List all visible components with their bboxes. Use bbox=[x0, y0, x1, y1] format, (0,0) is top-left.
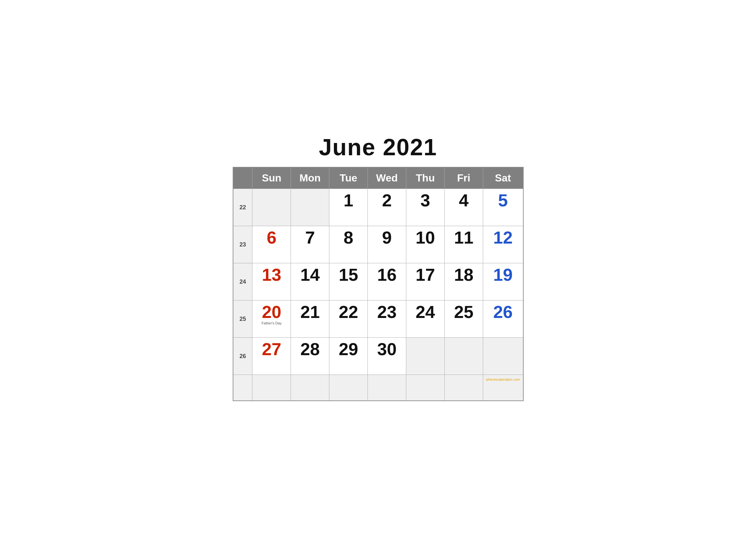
header-mon: Mon bbox=[291, 167, 329, 189]
day-cell: 30 bbox=[368, 338, 406, 375]
day-cell: 16 bbox=[368, 263, 406, 300]
day-number: 12 bbox=[486, 229, 520, 246]
week-number: 26 bbox=[233, 338, 253, 375]
day-number: 25 bbox=[448, 303, 480, 321]
day-number: 6 bbox=[256, 229, 287, 246]
week-row: 2413141516171819 bbox=[233, 263, 523, 300]
day-number: 18 bbox=[448, 266, 480, 283]
day-cell: 23 bbox=[368, 300, 406, 338]
calendar-container: June 2021 Sun Mon Tue Wed Thu Fri Sat 22… bbox=[233, 134, 524, 401]
day-cell: 10 bbox=[406, 226, 445, 263]
day-number: 20 bbox=[256, 303, 287, 321]
day-cell: 5 bbox=[483, 189, 523, 226]
day-number: 10 bbox=[410, 229, 441, 246]
empty-row: wheniscalendars.com bbox=[233, 375, 523, 401]
empty-day-cell bbox=[253, 375, 291, 401]
day-cell bbox=[406, 338, 445, 375]
day-cell: 13 bbox=[253, 263, 291, 300]
day-cell: 26 bbox=[483, 300, 523, 338]
empty-day-cell bbox=[329, 375, 368, 401]
day-number: 14 bbox=[294, 266, 326, 283]
day-cell: 6 bbox=[253, 226, 291, 263]
day-number: 21 bbox=[294, 303, 326, 321]
empty-week-no bbox=[233, 375, 253, 401]
header-row: Sun Mon Tue Wed Thu Fri Sat bbox=[233, 167, 523, 189]
day-number: 9 bbox=[371, 229, 403, 246]
week-row: 2520Father's Day212223242526 bbox=[233, 300, 523, 338]
header-fri: Fri bbox=[445, 167, 483, 189]
empty-day-cell bbox=[406, 375, 445, 401]
day-number: 3 bbox=[410, 191, 441, 209]
day-number: 2 bbox=[371, 191, 403, 209]
day-number: 5 bbox=[486, 191, 520, 209]
day-cell: 17 bbox=[406, 263, 445, 300]
day-cell bbox=[445, 338, 483, 375]
day-cell: 11 bbox=[445, 226, 483, 263]
day-number: 24 bbox=[410, 303, 441, 321]
day-number: 28 bbox=[294, 340, 326, 358]
calendar-table: Sun Mon Tue Wed Thu Fri Sat 221234523678… bbox=[233, 167, 524, 401]
day-cell: 19 bbox=[483, 263, 523, 300]
day-cell: 20Father's Day bbox=[253, 300, 291, 338]
day-cell: 27 bbox=[253, 338, 291, 375]
day-number: 7 bbox=[294, 229, 326, 246]
day-cell: 18 bbox=[445, 263, 483, 300]
day-cell: 1 bbox=[329, 189, 368, 226]
day-cell: 15 bbox=[329, 263, 368, 300]
calendar-title: June 2021 bbox=[233, 134, 524, 160]
day-cell: 14 bbox=[291, 263, 329, 300]
day-number: 29 bbox=[333, 340, 364, 358]
day-number: 23 bbox=[371, 303, 403, 321]
day-cell bbox=[483, 338, 523, 375]
week-number: 25 bbox=[233, 300, 253, 338]
day-number: 15 bbox=[333, 266, 364, 283]
week-row: 236789101112 bbox=[233, 226, 523, 263]
day-event: Father's Day bbox=[256, 321, 287, 325]
week-number: 22 bbox=[233, 189, 253, 226]
day-number: 11 bbox=[448, 229, 480, 246]
day-cell: 12 bbox=[483, 226, 523, 263]
day-number: 8 bbox=[333, 229, 364, 246]
day-number: 26 bbox=[486, 303, 520, 321]
day-cell: 3 bbox=[406, 189, 445, 226]
day-cell: 4 bbox=[445, 189, 483, 226]
week-row: 2212345 bbox=[233, 189, 523, 226]
empty-day-cell bbox=[291, 375, 329, 401]
week-number: 23 bbox=[233, 226, 253, 263]
day-cell: 8 bbox=[329, 226, 368, 263]
day-cell: 9 bbox=[368, 226, 406, 263]
day-number: 13 bbox=[256, 266, 287, 283]
day-number: 22 bbox=[333, 303, 364, 321]
day-number: 30 bbox=[371, 340, 403, 358]
watermark-link[interactable]: wheniscalendars.com bbox=[486, 378, 520, 381]
header-thu: Thu bbox=[406, 167, 445, 189]
day-cell: 24 bbox=[406, 300, 445, 338]
day-cell: 29 bbox=[329, 338, 368, 375]
day-cell bbox=[253, 189, 291, 226]
empty-day-cell bbox=[445, 375, 483, 401]
day-number: 19 bbox=[486, 266, 520, 283]
header-sat: Sat bbox=[483, 167, 523, 189]
day-number: 1 bbox=[333, 191, 364, 209]
day-cell bbox=[291, 189, 329, 226]
day-number: 4 bbox=[448, 191, 480, 209]
header-sun: Sun bbox=[253, 167, 291, 189]
day-number: 16 bbox=[371, 266, 403, 283]
day-cell: 7 bbox=[291, 226, 329, 263]
day-cell: 28 bbox=[291, 338, 329, 375]
week-row: 2627282930 bbox=[233, 338, 523, 375]
header-wed: Wed bbox=[368, 167, 406, 189]
day-cell: 25 bbox=[445, 300, 483, 338]
watermark-cell: wheniscalendars.com bbox=[483, 375, 523, 401]
empty-day-cell bbox=[368, 375, 406, 401]
header-no bbox=[233, 167, 253, 189]
day-cell: 21 bbox=[291, 300, 329, 338]
header-tue: Tue bbox=[329, 167, 368, 189]
day-cell: 2 bbox=[368, 189, 406, 226]
day-number: 17 bbox=[410, 266, 441, 283]
day-cell: 22 bbox=[329, 300, 368, 338]
day-number: 27 bbox=[256, 340, 287, 358]
week-number: 24 bbox=[233, 263, 253, 300]
